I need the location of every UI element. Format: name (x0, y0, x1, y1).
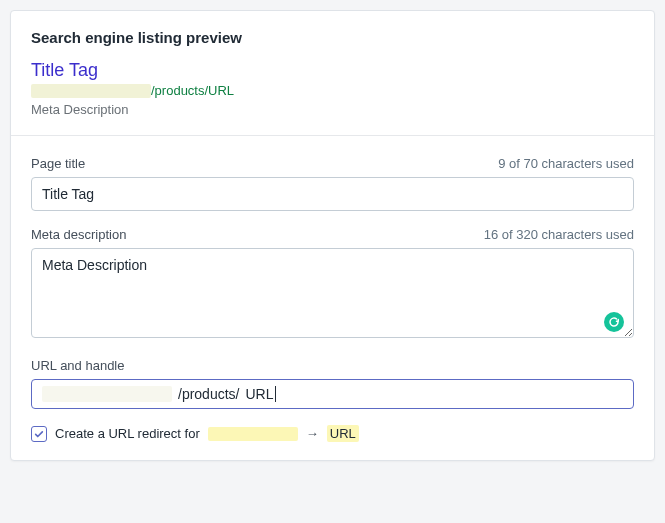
redirect-row: Create a URL redirect for → URL (31, 425, 634, 442)
page-title-label: Page title (31, 156, 85, 171)
grammarly-icon[interactable] (604, 312, 624, 332)
preview-domain-redacted (31, 84, 151, 98)
url-static-path: /products/ (178, 386, 239, 402)
section-heading: Search engine listing preview (31, 29, 634, 46)
preview-description: Meta Description (31, 102, 634, 117)
redirect-checkbox[interactable] (31, 426, 47, 442)
page-title-row: Page title 9 of 70 characters used (31, 156, 634, 211)
seo-card: Search engine listing preview Title Tag … (10, 10, 655, 461)
preview-url: /products/URL (31, 83, 634, 98)
url-handle-label: URL and handle (31, 358, 124, 373)
page-title-counter: 9 of 70 characters used (498, 156, 634, 171)
arrow-icon: → (306, 426, 319, 441)
url-handle-input[interactable]: /products/ URL (31, 379, 634, 409)
form-section: Page title 9 of 70 characters used Meta … (11, 135, 654, 460)
meta-description-input[interactable] (31, 248, 634, 338)
page-title-input[interactable] (31, 177, 634, 211)
meta-description-counter: 16 of 320 characters used (484, 227, 634, 242)
url-handle-value: URL (245, 386, 275, 402)
url-handle-row: URL and handle /products/ URL (31, 358, 634, 409)
preview-section: Search engine listing preview Title Tag … (11, 11, 654, 135)
redirect-new-url: URL (327, 425, 359, 442)
preview-url-path: /products/URL (151, 83, 234, 98)
meta-description-label: Meta description (31, 227, 126, 242)
preview-title: Title Tag (31, 60, 634, 81)
redirect-label-prefix: Create a URL redirect for (55, 426, 200, 441)
redirect-old-redacted (208, 427, 298, 441)
meta-description-row: Meta description 16 of 320 characters us… (31, 227, 634, 342)
url-domain-redacted (42, 386, 172, 402)
